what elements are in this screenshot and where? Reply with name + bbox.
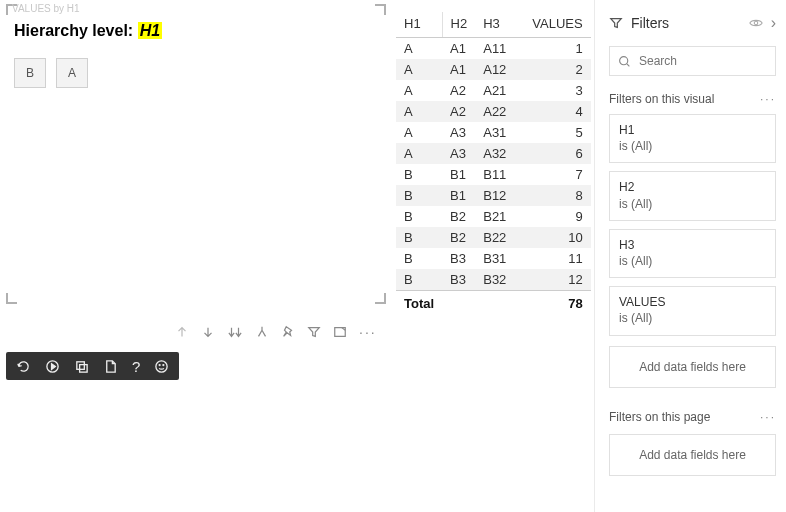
cell-h3: B32 xyxy=(475,269,514,291)
col-h1[interactable]: H1 xyxy=(396,12,442,38)
search-icon xyxy=(618,55,631,68)
layers-icon[interactable] xyxy=(74,359,89,374)
new-page-icon[interactable] xyxy=(103,359,118,374)
selection-handle-bl[interactable] xyxy=(6,293,17,304)
cell-value: 4 xyxy=(514,101,590,122)
col-h3[interactable]: H3 xyxy=(475,12,514,38)
cell-value: 6 xyxy=(514,143,590,164)
add-fields-page[interactable]: Add data fields here xyxy=(609,434,776,476)
svg-point-7 xyxy=(754,21,758,25)
cell-h1: A xyxy=(396,101,442,122)
cell-value: 5 xyxy=(514,122,590,143)
filter-card[interactable]: H2is (All) xyxy=(609,171,776,220)
drill-up-icon[interactable] xyxy=(175,325,189,339)
play-icon[interactable] xyxy=(45,359,60,374)
eye-icon[interactable] xyxy=(749,17,763,29)
filter-card[interactable]: H3is (All) xyxy=(609,229,776,278)
total-value: 78 xyxy=(514,291,590,315)
cell-h1: B xyxy=(396,248,442,269)
svg-rect-3 xyxy=(80,364,88,372)
cell-h3: B22 xyxy=(475,227,514,248)
table-row[interactable]: AA3A326 xyxy=(396,143,591,164)
collapse-pane-icon[interactable]: › xyxy=(771,14,776,32)
filter-pane-icon xyxy=(609,16,623,30)
visual-action-bar: ··· xyxy=(175,324,377,340)
cell-value: 12 xyxy=(514,269,590,291)
more-options-icon[interactable]: ··· xyxy=(359,324,377,340)
hierarchy-label-prefix: Hierarchy level: xyxy=(14,22,133,39)
table-row[interactable]: BB3B3111 xyxy=(396,248,591,269)
cell-h3: B21 xyxy=(475,206,514,227)
add-fields-visual[interactable]: Add data fields here xyxy=(609,346,776,388)
cell-h2: A1 xyxy=(442,59,475,80)
col-h2[interactable]: H2 xyxy=(442,12,475,38)
table-row[interactable]: AA2A213 xyxy=(396,80,591,101)
selection-handle-br[interactable] xyxy=(375,293,386,304)
legend-button-b[interactable]: B xyxy=(14,58,46,88)
filter-search-input[interactable] xyxy=(637,53,786,69)
filter-card-name: H1 xyxy=(619,122,766,138)
data-table: H1 H2 H3 VALUES AA1A111AA1A122AA2A213AA2… xyxy=(396,12,591,314)
cell-h3: A11 xyxy=(475,38,514,60)
cell-h3: A31 xyxy=(475,122,514,143)
cell-h2: B1 xyxy=(442,185,475,206)
smile-icon[interactable] xyxy=(154,359,169,374)
cell-h1: A xyxy=(396,122,442,143)
table-row[interactable]: AA1A122 xyxy=(396,59,591,80)
expand-next-icon[interactable] xyxy=(255,325,269,339)
cell-h3: A12 xyxy=(475,59,514,80)
table-row[interactable]: BB1B128 xyxy=(396,185,591,206)
cell-h1: B xyxy=(396,164,442,185)
legend-button-a[interactable]: A xyxy=(56,58,88,88)
section-page-more-icon[interactable]: ··· xyxy=(760,410,776,424)
cell-value: 7 xyxy=(514,164,590,185)
filters-title: Filters xyxy=(631,15,741,31)
pin-icon[interactable] xyxy=(281,325,295,339)
hierarchy-label: Hierarchy level: H1 xyxy=(14,22,162,40)
cell-h3: B11 xyxy=(475,164,514,185)
table-row[interactable]: AA2A224 xyxy=(396,101,591,122)
cell-h3: B12 xyxy=(475,185,514,206)
svg-point-5 xyxy=(160,364,161,365)
filter-card-sub: is (All) xyxy=(619,253,766,269)
cell-value: 10 xyxy=(514,227,590,248)
table-row[interactable]: BB2B219 xyxy=(396,206,591,227)
filter-icon[interactable] xyxy=(307,325,321,339)
svg-point-6 xyxy=(163,364,164,365)
cell-h1: B xyxy=(396,269,442,291)
filter-card[interactable]: VALUESis (All) xyxy=(609,286,776,335)
selection-handle-tr[interactable] xyxy=(375,4,386,15)
svg-rect-2 xyxy=(77,361,85,369)
svg-point-4 xyxy=(156,360,167,371)
cell-h2: A3 xyxy=(442,143,475,164)
help-icon[interactable]: ? xyxy=(132,358,140,375)
filter-card-sub: is (All) xyxy=(619,138,766,154)
svg-point-8 xyxy=(620,56,628,64)
cell-h2: B2 xyxy=(442,227,475,248)
cell-h1: B xyxy=(396,227,442,248)
drill-down-icon[interactable] xyxy=(201,325,215,339)
filter-card[interactable]: H1is (All) xyxy=(609,114,776,163)
visual-title: VALUES by H1 xyxy=(12,3,80,14)
filter-search[interactable] xyxy=(609,46,776,76)
cell-h2: B3 xyxy=(442,248,475,269)
table-row[interactable]: BB2B2210 xyxy=(396,227,591,248)
cell-h2: A2 xyxy=(442,101,475,122)
table-row[interactable]: BB1B117 xyxy=(396,164,591,185)
focus-mode-icon[interactable] xyxy=(333,325,347,339)
expand-all-icon[interactable] xyxy=(227,325,243,339)
table-row[interactable]: BB3B3212 xyxy=(396,269,591,291)
refresh-icon[interactable] xyxy=(16,359,31,374)
filters-panel: Filters › Filters on this visual ··· H1i… xyxy=(594,0,786,512)
cell-value: 11 xyxy=(514,248,590,269)
table-row[interactable]: AA3A315 xyxy=(396,122,591,143)
table-row[interactable]: AA1A111 xyxy=(396,38,591,60)
cell-h3: A22 xyxy=(475,101,514,122)
visual-card[interactable]: VALUES by H1 Hierarchy level: H1 B A xyxy=(6,4,386,304)
section-visual-more-icon[interactable]: ··· xyxy=(760,92,776,106)
report-toolbar: ? xyxy=(6,352,179,380)
cell-h3: A21 xyxy=(475,80,514,101)
cell-value: 8 xyxy=(514,185,590,206)
filter-card-sub: is (All) xyxy=(619,310,766,326)
col-values[interactable]: VALUES xyxy=(514,12,590,38)
